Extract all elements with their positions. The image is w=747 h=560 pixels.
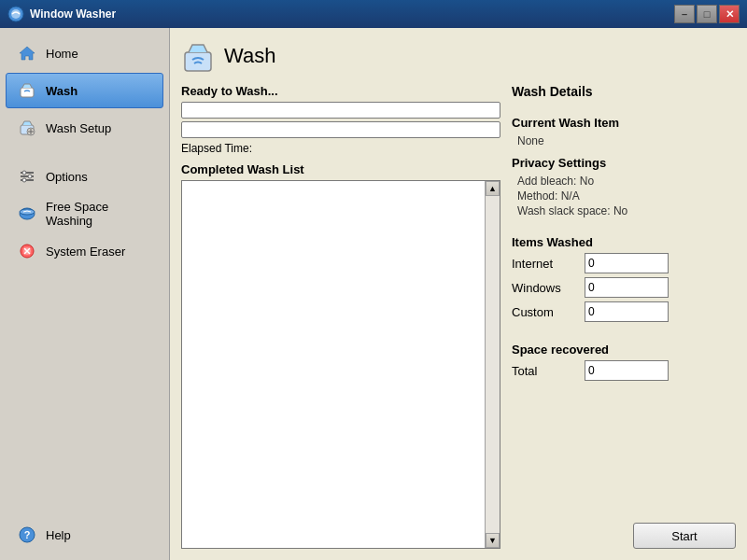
privacy-settings-title: Privacy Settings [512,156,736,170]
sidebar-item-free-space[interactable]: Free Space Washing [6,196,163,231]
privacy-add-bleach: Add bleach: No [512,174,736,189]
progress-container [181,102,500,138]
elapsed-time-label: Elapsed Time: [181,142,500,155]
right-panel: Wash Details Current Wash Item None Priv… [512,84,736,549]
page-title: Wash [224,44,275,68]
scroll-track [486,196,500,533]
total-label: Total [512,364,577,378]
total-count-input[interactable] [585,360,669,381]
title-bar: Window Washer – □ ✕ [0,0,747,28]
wash-setup-icon [16,117,38,139]
windows-label: Windows [512,281,577,295]
total-count-row: Total [512,360,736,381]
start-btn-row: Start [512,513,736,549]
current-wash-item-title: Current Wash Item [512,116,736,130]
scroll-down-button[interactable]: ▼ [486,533,500,548]
completed-wash-label: Completed Wash List [181,162,500,176]
svg-point-10 [22,178,26,182]
svg-point-8 [22,171,26,175]
custom-label: Custom [512,305,577,319]
sidebar-item-wash[interactable]: Wash [6,73,163,108]
scroll-up-button[interactable]: ▲ [486,181,500,196]
page-header: Wash [181,39,736,73]
details-title: Wash Details [512,84,736,99]
help-label: Help [46,528,71,542]
internet-label: Internet [512,257,577,271]
wash-setup-label: Wash Setup [46,121,111,135]
privacy-wash-slack: Wash slack space: No [512,203,736,218]
options-label: Options [46,170,88,184]
options-icon [16,165,38,188]
sidebar-item-system-eraser[interactable]: System Eraser [6,233,163,269]
app-title: Window Washer [30,7,674,21]
internet-count-input[interactable] [585,253,669,273]
privacy-method: Method: N/A [512,189,736,203]
internet-count-row: Internet [512,253,736,273]
svg-rect-2 [21,88,34,97]
sidebar-item-help[interactable]: ? Help [6,517,163,553]
ready-to-wash-label: Ready to Wash... [181,84,500,98]
wash-label: Wash [46,84,78,98]
sidebar-item-options[interactable]: Options [6,159,163,194]
items-washed-title: Items Washed [512,235,736,249]
svg-point-12 [20,209,35,215]
custom-count-row: Custom [512,301,736,322]
windows-count-input[interactable] [585,277,669,298]
close-button[interactable]: ✕ [719,5,740,23]
page-header-icon [181,39,215,73]
minimize-button[interactable]: – [674,5,695,23]
svg-text:?: ? [24,529,31,540]
sidebar: Home Wash Wash [0,28,170,560]
scrollbar[interactable]: ▲ ▼ [485,181,500,548]
start-button[interactable]: Start [633,523,736,549]
windows-count-row: Windows [512,277,736,298]
space-recovered-title: Space recovered [512,343,736,357]
wash-icon [16,79,38,102]
sidebar-item-wash-setup[interactable]: Wash Setup [6,110,163,146]
window-controls: – □ ✕ [674,5,740,23]
free-space-icon [16,203,38,225]
home-label: Home [46,47,78,61]
free-space-label: Free Space Washing [46,200,153,228]
main-content: Wash Ready to Wash... Elapsed Time: Comp… [170,28,747,560]
custom-count-input[interactable] [585,301,669,322]
system-eraser-icon [16,240,38,262]
system-eraser-label: System Eraser [46,245,125,259]
help-icon: ? [16,524,38,546]
sidebar-item-home[interactable]: Home [6,35,163,71]
app-icon [7,6,24,22]
svg-point-9 [28,175,32,178]
progress-bar-2 [181,121,500,138]
space-recovered-section: Space recovered Total [512,335,736,385]
progress-bar-1 [181,102,500,119]
two-col-layout: Ready to Wash... Elapsed Time: Completed… [181,84,736,549]
items-washed-section: Items Washed Internet Windows Custom [512,228,736,326]
app-body: Home Wash Wash [0,28,747,560]
wash-list-box: ▲ ▼ [181,180,500,549]
home-icon [16,42,38,64]
left-panel: Ready to Wash... Elapsed Time: Completed… [181,84,500,549]
maximize-button[interactable]: □ [697,5,717,23]
current-wash-item-value: None [512,133,736,148]
